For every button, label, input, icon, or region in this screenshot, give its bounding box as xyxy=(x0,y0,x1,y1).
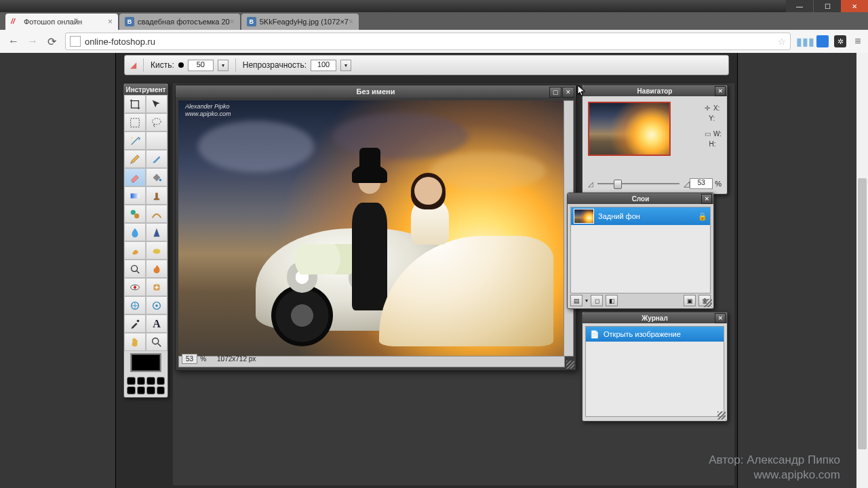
bookmark-star-icon[interactable]: ☆ xyxy=(778,37,786,47)
chrome-menu-button[interactable]: ≡ xyxy=(852,35,864,47)
red-eye-tool[interactable] xyxy=(124,278,146,296)
doc-close-button[interactable]: ✕ xyxy=(562,87,574,98)
browser-tab[interactable]: B свадебная фотосъемка 20 × xyxy=(119,14,240,30)
zoom-value-field[interactable]: 53 xyxy=(690,178,713,189)
crop-tool[interactable] xyxy=(124,95,146,113)
svg-point-6 xyxy=(134,214,139,218)
panel-close-button[interactable]: ✕ xyxy=(701,194,712,204)
brush-tool[interactable] xyxy=(146,150,167,168)
dodge-tool[interactable] xyxy=(124,260,146,278)
blur-tool[interactable] xyxy=(124,223,146,241)
back-button[interactable]: ← xyxy=(4,32,23,51)
panel-close-button[interactable]: ✕ xyxy=(715,313,726,323)
eraser-tool[interactable] xyxy=(124,168,146,186)
color-palette[interactable] xyxy=(125,375,167,396)
zoom-slider[interactable] xyxy=(597,183,679,184)
layer-mask-button[interactable]: ◻ xyxy=(591,295,603,306)
editor-app: ◢ Кисть: 50 ▾ Непрозрачность: 100 ▾ Инст… xyxy=(115,53,738,488)
history-panel: Журнал ✕ 📄 Открыть изображение xyxy=(582,312,728,422)
move-tool[interactable] xyxy=(146,95,167,113)
zoom-out-icon[interactable]: ◿ xyxy=(588,180,593,188)
image-credit: Alexander Pipko www.apipko.com xyxy=(185,103,231,118)
zoom-tool[interactable] xyxy=(146,333,167,351)
smudge-tool[interactable] xyxy=(124,241,146,260)
layer-styles-button[interactable]: ◧ xyxy=(606,295,618,306)
bloat-tool[interactable] xyxy=(124,296,146,314)
new-layer-button[interactable]: ▣ xyxy=(684,295,696,306)
brush-dropdown[interactable]: ▾ xyxy=(218,60,229,71)
brush-size-field[interactable]: 50 xyxy=(188,60,214,71)
reload-button[interactable]: ⟳ xyxy=(42,32,61,51)
address-bar[interactable]: online-fotoshop.ru ☆ xyxy=(65,33,791,50)
svg-point-2 xyxy=(132,137,133,138)
brush-label: Кисть: xyxy=(151,60,174,70)
extension-bars-icon[interactable]: ▮▮▮ xyxy=(799,35,811,47)
tab-close-icon[interactable]: × xyxy=(108,17,113,26)
page-body: ◢ Кисть: 50 ▾ Непрозрачность: 100 ▾ Инст… xyxy=(0,53,856,488)
navigator-thumbnail[interactable] xyxy=(588,102,671,156)
sharpen-tool[interactable] xyxy=(146,223,167,241)
zoom-value: 53 xyxy=(186,355,193,363)
tab-close-icon[interactable]: × xyxy=(230,17,235,26)
opacity-dropdown[interactable]: ▾ xyxy=(340,60,351,71)
sponge-tool[interactable] xyxy=(146,241,167,260)
history-list: 📄 Открыть изображение xyxy=(585,326,724,417)
tab-close-icon[interactable]: × xyxy=(349,17,353,26)
svg-point-5 xyxy=(131,209,136,214)
browser-tab[interactable]: B 5KkFeagdyHg.jpg (1072×7 × xyxy=(241,14,359,30)
svg-point-3 xyxy=(159,178,162,181)
favicon-slash-icon: // xyxy=(11,17,20,26)
resize-grip-icon[interactable] xyxy=(704,299,712,307)
page-scrollbar[interactable] xyxy=(856,53,868,488)
extension-square-icon[interactable]: ✲ xyxy=(834,35,846,47)
svg-point-10 xyxy=(134,285,137,289)
layers-title: Слои xyxy=(632,195,650,203)
pinch-tool[interactable] xyxy=(146,296,167,314)
color-replace-tool[interactable] xyxy=(124,205,146,223)
browser-tab-active[interactable]: // Фотошоп онлайн × xyxy=(5,14,118,30)
os-minimize-button[interactable]: — xyxy=(786,0,813,12)
navigator-coords: ✛ X: Y: ▭ W: H: xyxy=(703,103,722,149)
page-icon xyxy=(70,36,81,47)
document-title-bar[interactable]: Без имени ▢ ✕ xyxy=(176,85,576,98)
options-bar: ◢ Кисть: 50 ▾ Непрозрачность: 100 ▾ xyxy=(124,55,729,75)
document-canvas[interactable]: Alexander Pipko www.apipko.com xyxy=(178,100,565,357)
os-close-button[interactable]: ✕ xyxy=(841,0,868,12)
url-text: online-fotoshop.ru xyxy=(85,37,155,47)
empty-tool-slot xyxy=(146,131,167,150)
color-swatch[interactable] xyxy=(124,351,167,374)
resize-grip-icon[interactable] xyxy=(566,361,574,369)
wand-tool[interactable] xyxy=(124,131,146,150)
layer-row[interactable]: Задний фон 🔒 xyxy=(571,207,710,225)
layer-settings-button[interactable]: ▤ xyxy=(570,295,583,306)
svg-point-1 xyxy=(153,118,161,124)
eyedropper-tool[interactable] xyxy=(124,314,146,333)
paint-bucket-tool[interactable] xyxy=(146,168,167,186)
resize-grip-icon[interactable] xyxy=(717,411,726,420)
pencil-tool[interactable] xyxy=(124,150,146,168)
document-hscrollbar[interactable]: 53 % 1072x712 px xyxy=(178,356,565,367)
mouse-cursor xyxy=(577,85,587,97)
history-row[interactable]: 📄 Открыть изображение xyxy=(586,327,724,342)
os-maximize-button[interactable]: ☐ xyxy=(813,0,841,12)
tab-title: Фотошоп онлайн xyxy=(24,18,82,26)
lock-icon[interactable]: 🔒 xyxy=(698,212,707,221)
hand-tool[interactable] xyxy=(124,333,146,351)
drawing-tool[interactable] xyxy=(146,205,167,223)
forward-button[interactable]: → xyxy=(23,32,42,51)
doc-maximize-button[interactable]: ▢ xyxy=(549,87,561,98)
panel-close-button[interactable]: ✕ xyxy=(715,86,726,96)
navigator-panel: Навигатор ✕ ✛ X: Y: ▭ W: H: ◿ ◿ 53 % xyxy=(582,85,728,195)
opacity-field[interactable]: 100 xyxy=(311,60,336,71)
type-tool[interactable]: A xyxy=(146,314,167,333)
extension-monitor-icon[interactable] xyxy=(816,35,829,47)
zoom-in-icon[interactable]: ◿ xyxy=(684,179,690,188)
burn-tool[interactable] xyxy=(146,260,167,278)
crosshair-icon: ✛ xyxy=(703,103,711,113)
clone-stamp-tool[interactable] xyxy=(146,186,167,205)
marquee-tool[interactable] xyxy=(124,113,146,131)
spot-heal-tool[interactable] xyxy=(146,278,167,296)
gradient-tool[interactable] xyxy=(124,186,146,205)
lasso-tool[interactable] xyxy=(146,113,167,131)
layers-panel: Слои ✕ Задний фон 🔒 ▤ ▾ ◻ ◧ ▣ xyxy=(567,192,714,309)
